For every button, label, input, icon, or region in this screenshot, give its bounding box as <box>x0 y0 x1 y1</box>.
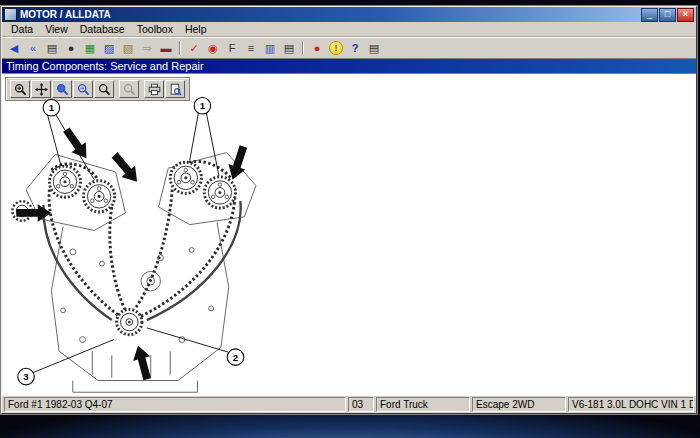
minimize-button[interactable]: _ <box>641 8 658 22</box>
menu-help[interactable]: Help <box>179 23 213 36</box>
pointer-arrow-crank <box>130 343 156 381</box>
data-view-icon[interactable]: ▨ <box>100 39 118 56</box>
crank-sprocket <box>117 309 142 334</box>
history-back-icon[interactable]: « <box>24 39 42 56</box>
status-panel-engine: V6-181 3.0L DOHC VIN 1 Duratec <box>568 397 694 412</box>
maximize-button[interactable]: □ <box>659 8 676 22</box>
back-icon[interactable]: ◀ <box>5 39 23 56</box>
print-icon <box>148 83 161 96</box>
text-list-icon[interactable]: ≡ <box>242 39 260 56</box>
svg-text:1: 1 <box>200 100 206 111</box>
print-article-icon[interactable]: ▤ <box>365 39 383 56</box>
close-button[interactable]: × <box>677 8 694 22</box>
zoom-in-icon <box>14 83 27 96</box>
section-header: Timing Components: Service and Repair <box>2 59 696 73</box>
status-panel-year: 03 <box>348 397 374 412</box>
notes-icon[interactable]: ▧ <box>119 39 137 56</box>
zoom-fit-icon <box>98 83 111 96</box>
camera-icon[interactable]: ● <box>62 39 80 56</box>
cam-sprocket-left-2 <box>84 181 115 212</box>
cam-sprocket-right-2 <box>204 177 235 208</box>
toolbar-separator <box>302 41 304 55</box>
trace-icon[interactable]: ⇒ <box>138 39 156 56</box>
zoom-previous-icon <box>123 83 136 96</box>
graphics-icon[interactable]: ▦ <box>81 39 99 56</box>
alert-icon[interactable]: ● <box>308 39 326 56</box>
status-panel-make: Ford Truck <box>376 397 470 412</box>
zoom-window-icon <box>56 83 69 96</box>
menu-data[interactable]: Data <box>5 23 39 36</box>
desktop-background: MOTOR / ALLDATA _ □ × Data View Database… <box>0 0 700 438</box>
menu-toolbox[interactable]: Toolbox <box>131 23 179 36</box>
tip-bulb-icon[interactable]: ! <box>327 39 345 56</box>
status-bar: Ford #1 1982-03 Q4-07 03 Ford Truck Esca… <box>2 396 696 413</box>
callout-1-right: 1 <box>194 97 211 114</box>
callout-1-left: 1 <box>43 99 60 116</box>
toolbar-separator <box>179 41 181 55</box>
menu-bar: Data View Database Toolbox Help <box>2 22 696 37</box>
title-bar[interactable]: MOTOR / ALLDATA _ □ × <box>2 7 696 22</box>
menu-database[interactable]: Database <box>74 23 131 36</box>
pan-icon <box>35 83 48 96</box>
svg-text:3: 3 <box>23 371 29 382</box>
print-page-icon[interactable]: ▤ <box>43 39 61 56</box>
print-preview-icon <box>169 83 182 96</box>
zoombar-separator <box>115 82 118 96</box>
content-area: 1 1 2 3 <box>2 73 696 396</box>
window-controls: _ □ × <box>641 8 694 22</box>
zoom-out-icon <box>77 83 90 96</box>
status-panel-model: Escape 2WD <box>472 397 566 412</box>
callout-3: 3 <box>18 368 35 385</box>
engine-timing-diagram: 1 1 2 3 <box>2 96 280 396</box>
app-window: MOTOR / ALLDATA _ □ × Data View Database… <box>1 6 697 414</box>
pointer-arrow-center-cam <box>108 149 144 187</box>
fluid-specs-icon[interactable]: F <box>223 39 241 56</box>
cam-sprocket-left-1 <box>49 166 80 197</box>
cam-sprocket-right-1 <box>170 162 201 193</box>
help-icon[interactable]: ? <box>346 39 364 56</box>
window-title: MOTOR / ALLDATA <box>20 8 638 22</box>
callout-2: 2 <box>227 349 244 366</box>
zoombar-separator <box>140 82 143 96</box>
printer-icon[interactable]: ▤ <box>280 39 298 56</box>
main-toolbar: ◀ « ▤ ● ▦ ▨ ▧ ⇒ ▬ ✓ ◉ F ≡ ▥ ▤ ● ! ? ▤ <box>2 37 696 59</box>
app-icon <box>4 8 17 21</box>
menu-view[interactable]: View <box>39 23 74 36</box>
status-panel-source: Ford #1 1982-03 Q4-07 <box>4 397 346 412</box>
vin-check-icon[interactable]: ✓ <box>185 39 203 56</box>
brakes-icon[interactable]: ◉ <box>204 39 222 56</box>
svg-text:1: 1 <box>49 102 55 113</box>
pages-icon[interactable]: ▥ <box>261 39 279 56</box>
manual-icon[interactable]: ▬ <box>157 39 175 56</box>
svg-text:2: 2 <box>233 352 239 363</box>
